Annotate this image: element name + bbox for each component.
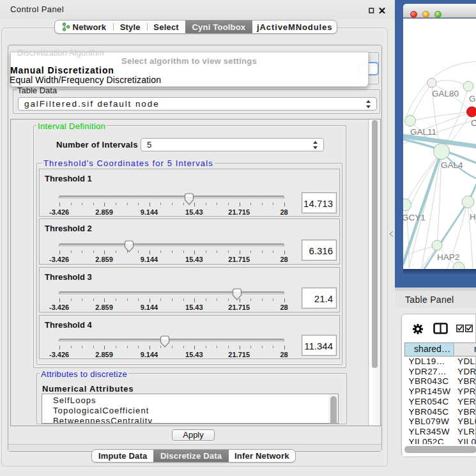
- svg-text:GAL11: GAL11: [410, 127, 436, 137]
- svg-text:C: C: [471, 118, 476, 128]
- svg-text:H: H: [470, 212, 476, 222]
- svg-text:GAL80: GAL80: [432, 89, 459, 98]
- svg-text:GCY1: GCY1: [403, 213, 426, 222]
- svg-text:GAL4: GAL4: [441, 160, 463, 170]
- svg-text:GA: GA: [469, 94, 476, 104]
- svg-text:HAP2: HAP2: [437, 252, 459, 262]
